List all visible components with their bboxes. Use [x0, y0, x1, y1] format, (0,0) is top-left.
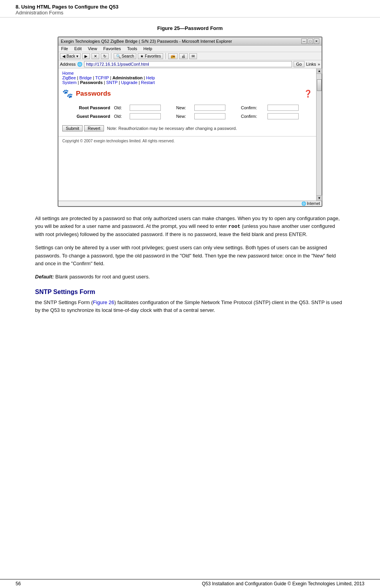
root-new-label: New: — [174, 103, 193, 112]
table-row: Root Password Old: New: Confirm: — [62, 103, 312, 112]
internet-label: Internet — [307, 201, 320, 206]
links-label: Links — [306, 62, 316, 66]
content-footer: Copyright © 2007 exegin technologies lim… — [58, 136, 316, 145]
nav-help[interactable]: Help — [146, 75, 155, 80]
window-controls: ─ □ ✕ — [301, 38, 319, 44]
table-row: Guest Password Old: New: Confirm: — [62, 112, 312, 121]
password-table: Root Password Old: New: Confirm: Guest P… — [62, 103, 312, 121]
guest-old-label: Old: — [112, 112, 128, 121]
menu-favorites[interactable]: Favorites — [102, 46, 122, 51]
guest-confirm-label: Confirm: — [239, 112, 266, 121]
root-new-input[interactable] — [194, 105, 225, 111]
nav-zigbee[interactable]: ZigBee — [62, 75, 76, 80]
page-footer: 56 Q53 Installation and Configuration Gu… — [0, 579, 380, 588]
root-confirm-input[interactable] — [267, 105, 299, 111]
root-old-label: Old: — [112, 103, 128, 112]
page-header: 8. Using HTML Pages to Configure the Q53… — [0, 0, 380, 18]
guest-old-input[interactable] — [130, 113, 161, 119]
address-input[interactable] — [84, 61, 292, 67]
browser-content: Home ZigBee | Bridge | TCP/IP | Administ… — [58, 68, 322, 201]
history-button[interactable]: 🖨 — [179, 53, 188, 59]
nav-system[interactable]: System — [62, 80, 77, 85]
help-icon[interactable]: ❓ — [304, 89, 312, 98]
stop-button[interactable]: ✕ — [91, 53, 99, 59]
toolbar-sep2 — [165, 53, 166, 59]
page-title: Passwords — [76, 90, 111, 98]
maximize-button[interactable]: □ — [308, 38, 313, 44]
chapter-title: 8. Using HTML Pages to Configure the Q53 — [16, 4, 364, 10]
media-button[interactable]: 📻 — [168, 53, 178, 59]
revert-button[interactable]: Revert — [84, 125, 104, 131]
submit-button[interactable]: Submit — [62, 125, 83, 131]
vertical-scrollbar[interactable]: ▲ ▼ — [316, 68, 322, 201]
refresh-button[interactable]: ↻ — [101, 53, 109, 59]
root-confirm-label: Confirm: — [239, 103, 266, 112]
favorites-button[interactable]: ★ Favorites — [138, 53, 163, 59]
links-arrow: » — [318, 62, 320, 66]
nav-bridge[interactable]: Bridge — [79, 75, 92, 80]
content-nav: Home ZigBee | Bridge | TCP/IP | Administ… — [58, 68, 316, 86]
guest-password-label: Guest Password — [62, 112, 112, 121]
menu-tools[interactable]: Tools — [126, 46, 139, 51]
root-old-input[interactable] — [130, 105, 161, 111]
browser-titlebar: Exegin Technologies Q52 ZigBee Bridge ( … — [58, 37, 322, 46]
status-internet: 🌐 Internet — [301, 201, 320, 206]
nav-passwords-active: Passwords — [80, 80, 103, 85]
figure26-link[interactable]: Figure 26 — [93, 299, 114, 305]
guest-new-label: New: — [174, 112, 193, 121]
brand-logo-icon: 🐾 — [62, 89, 73, 99]
browser-address-bar: Address 🌐 Go Links » — [58, 60, 322, 68]
nav-tcpip[interactable]: TCP/IP — [95, 75, 109, 80]
footer-page-number: 56 — [16, 581, 21, 586]
browser-toolbar: ◀ Back ▾ ▶ ✕ ↻ 🔍 Search ★ Favorites 📻 🖨 … — [58, 52, 322, 60]
form-note: Note: Reauthorization may be necessary a… — [107, 126, 237, 131]
default-label: Default: — [35, 274, 54, 280]
browser-window: Exegin Technologies Q52 ZigBee Bridge ( … — [58, 37, 322, 207]
menu-help[interactable]: Help — [142, 46, 153, 51]
guest-confirm-input[interactable] — [267, 113, 299, 119]
sntp-paragraph: the SNTP Settings Form (Figure 26) facil… — [35, 299, 345, 314]
sntp-para-pre: the SNTP Settings Form ( — [35, 299, 93, 305]
nav-sntp[interactable]: SNTP — [106, 80, 118, 85]
root-password-label: Root Password — [62, 103, 112, 112]
nav-upgrade[interactable]: Upgrade — [121, 80, 137, 85]
guest-new-input[interactable] — [194, 113, 225, 119]
figure-caption: Figure 25—Password Form — [0, 25, 380, 31]
empty-space — [58, 145, 316, 192]
menu-edit[interactable]: Edit — [73, 46, 83, 51]
password-header: 🐾 Passwords ❓ — [62, 89, 312, 99]
scroll-up-button[interactable]: ▲ — [317, 68, 322, 74]
main-content: All settings are protected by a password… — [0, 207, 380, 327]
browser-title: Exegin Technologies Q52 ZigBee Bridge ( … — [61, 39, 232, 44]
scroll-down-button[interactable]: ▼ — [317, 195, 322, 201]
browser-menubar: File Edit View Favorites Tools Help — [58, 46, 322, 52]
address-label: Address — [60, 62, 76, 66]
minimize-button[interactable]: ─ — [301, 38, 307, 44]
menu-file[interactable]: File — [60, 46, 69, 51]
close-button[interactable]: ✕ — [314, 38, 319, 44]
internet-icon: 🌐 — [301, 201, 306, 206]
body-paragraph-1: All settings are protected by a password… — [35, 215, 345, 238]
address-icon: 🌐 — [77, 62, 83, 67]
copyright-text: Copyright © 2007 exegin technologies lim… — [62, 139, 175, 143]
menu-view[interactable]: View — [87, 46, 99, 51]
nav-restart[interactable]: Restart — [141, 80, 155, 85]
search-button[interactable]: 🔍 Search — [114, 53, 136, 59]
mail-button[interactable]: ✉ — [189, 53, 197, 59]
back-button[interactable]: ◀ Back ▾ — [60, 53, 81, 59]
password-section: 🐾 Passwords ❓ Root Password Old: New: Co… — [58, 86, 316, 136]
scroll-thumb[interactable] — [317, 79, 322, 91]
body-paragraph-2: Settings can only be altered by a user w… — [35, 244, 345, 267]
forward-button[interactable]: ▶ — [82, 53, 90, 59]
code-root: root — [228, 224, 240, 229]
nav-home[interactable]: Home — [62, 71, 74, 75]
footer-doc-title: Q53 Installation and Configuration Guide… — [202, 581, 364, 586]
body-default: Default: Blank passwords for root and gu… — [35, 273, 345, 281]
go-button[interactable]: Go — [294, 61, 305, 67]
nav-admin-active: Administration — [113, 75, 143, 80]
default-text: Blank passwords for root and guest users… — [54, 274, 150, 280]
browser-statusbar: 🌐 Internet — [58, 201, 322, 206]
section-subtitle: Administration Forms — [16, 10, 364, 16]
toolbar-sep1 — [111, 53, 111, 59]
form-actions: Submit Revert Note: Reauthorization may … — [62, 124, 312, 133]
